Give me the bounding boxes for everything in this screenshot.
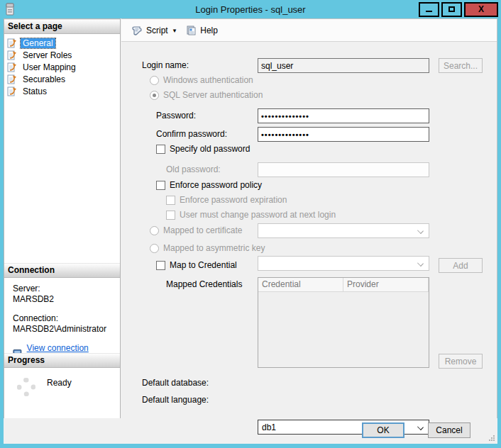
sidebar: Select a page General Server Roles User …	[4, 18, 121, 418]
sidebar-item-label: General	[21, 38, 55, 48]
login-name-label: Login name:	[142, 60, 189, 70]
user-must-change-option: User must change password at next login	[166, 210, 336, 220]
enforce-password-policy-option[interactable]: Enforce password policy	[156, 180, 262, 190]
page-icon	[7, 62, 18, 72]
sql-authentication-option[interactable]: SQL Server authentication	[150, 90, 263, 100]
server-value: MARSDB2	[13, 294, 120, 305]
enforce-password-policy-label: Enforce password policy	[170, 180, 262, 190]
login-properties-window: { "window": { "title": "Login Properties…	[0, 0, 501, 448]
enforce-password-expiration-option: Enforce password expiration	[166, 195, 287, 205]
progress-spinner-icon	[17, 378, 35, 396]
grid-header-row: Credential Provider	[258, 278, 429, 292]
grid-column-provider[interactable]: Provider	[343, 278, 429, 292]
progress-section: Progress Ready	[4, 353, 120, 418]
page-icon	[7, 74, 18, 84]
connection-header: Connection	[4, 263, 120, 278]
sql-authentication-radio[interactable]	[150, 91, 159, 100]
enforce-password-expiration-checkbox	[166, 196, 175, 205]
map-to-credential-option[interactable]: Map to Credential	[156, 260, 237, 270]
minimize-button[interactable]	[419, 2, 439, 17]
sidebar-item-general[interactable]: General	[7, 37, 120, 49]
help-icon	[186, 26, 197, 35]
sidebar-item-label: Server Roles	[21, 50, 74, 60]
connection-label: Connection:	[13, 313, 120, 324]
sql-authentication-label: SQL Server authentication	[163, 90, 263, 100]
general-page-content: Login name: Search... Windows authentica…	[121, 42, 497, 418]
minimize-icon	[426, 11, 432, 12]
progress-status: Ready	[47, 378, 72, 388]
maximize-icon	[448, 6, 455, 12]
sidebar-item-server-roles[interactable]: Server Roles	[7, 49, 120, 61]
mapped-to-certificate-radio	[150, 226, 159, 235]
chevron-down-icon	[417, 260, 424, 267]
grid-column-credential[interactable]: Credential	[258, 278, 343, 292]
confirm-password-input[interactable]	[258, 127, 429, 142]
user-must-change-label: User must change password at next login	[180, 210, 336, 220]
map-to-credential-label: Map to Credential	[170, 260, 237, 270]
window-controls: X	[417, 2, 498, 17]
mapped-to-asymmetric-key-label: Mapped to asymmetric key	[163, 243, 265, 253]
page-icon	[7, 50, 18, 60]
close-button[interactable]: X	[464, 2, 498, 17]
server-label: Server:	[13, 284, 120, 294]
page-icon	[7, 38, 18, 48]
sidebar-item-securables[interactable]: Securables	[7, 73, 120, 85]
password-input[interactable]	[258, 108, 429, 123]
connection-value: MARSDB2\Administrator	[13, 324, 120, 335]
dialog-footer: OK Cancel	[4, 418, 497, 444]
specify-old-password-label: Specify old password	[170, 144, 250, 154]
mapped-credentials-label: Mapped Credentials	[166, 279, 242, 289]
old-password-label: Old password:	[166, 164, 221, 174]
specify-old-password-option[interactable]: Specify old password	[156, 144, 250, 154]
cancel-button[interactable]: Cancel	[428, 422, 470, 438]
default-language-label: Default language:	[142, 395, 209, 405]
sidebar-item-label: Status	[21, 86, 49, 96]
remove-button: Remove	[439, 354, 483, 369]
map-to-credential-checkbox[interactable]	[156, 261, 165, 270]
certificate-combobox	[258, 223, 429, 238]
maximize-button[interactable]	[441, 2, 462, 17]
page-icon	[7, 86, 18, 96]
script-dropdown-icon: ▾	[173, 27, 177, 34]
login-name-input[interactable]	[258, 58, 429, 73]
mapped-to-certificate-label: Mapped to certificate	[163, 225, 242, 235]
script-icon	[131, 26, 143, 35]
window-server-icon	[6, 3, 14, 16]
toolbar: Script ▾ Help	[121, 19, 497, 42]
windows-authentication-option[interactable]: Windows authentication	[150, 75, 253, 85]
dialog-body: Select a page General Server Roles User …	[4, 18, 497, 444]
add-button: Add	[439, 258, 483, 273]
progress-header: Progress	[4, 353, 120, 368]
mapped-credentials-grid[interactable]: Credential Provider	[258, 277, 429, 368]
chevron-down-icon	[417, 228, 424, 234]
titlebar: Login Properties - sql_user X	[0, 0, 501, 18]
help-label: Help	[200, 26, 218, 35]
old-password-input	[258, 162, 429, 177]
page-list: General Server Roles User Mapping Secura…	[4, 34, 120, 97]
user-must-change-checkbox	[166, 211, 175, 220]
windows-authentication-radio[interactable]	[150, 76, 159, 85]
mapped-to-asymmetric-key-option: Mapped to asymmetric key	[150, 243, 265, 253]
select-a-page-header: Select a page	[4, 19, 120, 34]
sidebar-item-status[interactable]: Status	[7, 85, 120, 97]
resize-grip[interactable]	[488, 435, 495, 442]
windows-authentication-label: Windows authentication	[163, 75, 253, 85]
mapped-to-certificate-option: Mapped to certificate	[150, 225, 242, 235]
help-button[interactable]: Help	[182, 23, 222, 38]
search-button[interactable]: Search...	[439, 58, 483, 73]
connection-section: Connection Server: MARSDB2 Connection: M…	[4, 263, 120, 364]
main-panel: Script ▾ Help Login name: Search... Wind…	[121, 18, 497, 418]
sidebar-item-user-mapping[interactable]: User Mapping	[7, 61, 120, 73]
specify-old-password-checkbox[interactable]	[156, 145, 165, 154]
enforce-password-policy-checkbox[interactable]	[156, 181, 165, 190]
sidebar-item-label: User Mapping	[21, 62, 78, 72]
sidebar-item-label: Securables	[21, 74, 67, 84]
ok-button[interactable]: OK	[362, 422, 404, 438]
enforce-password-expiration-label: Enforce password expiration	[180, 195, 287, 205]
asymmetric-key-combobox	[258, 256, 429, 271]
mapped-to-asymmetric-key-radio	[150, 244, 159, 253]
script-label: Script	[146, 26, 168, 35]
script-button[interactable]: Script ▾	[127, 23, 180, 38]
password-label: Password:	[156, 111, 196, 121]
confirm-password-label: Confirm password:	[156, 129, 227, 139]
